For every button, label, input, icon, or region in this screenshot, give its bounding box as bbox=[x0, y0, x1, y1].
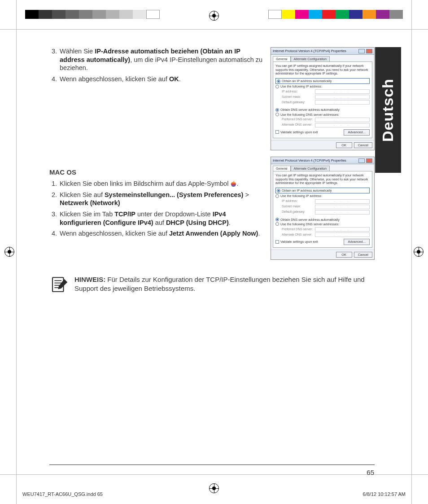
dns-field: Alternate DNS server:. . . bbox=[282, 123, 370, 127]
checkbox-icon bbox=[275, 240, 279, 244]
radio-icon bbox=[275, 218, 279, 221]
language-tab: Deutsch bbox=[375, 47, 401, 173]
radio-icon bbox=[277, 189, 280, 193]
cancel-button: Cancel bbox=[354, 252, 372, 258]
macos-steps: 1.Klicken Sie oben links im Bildschirm a… bbox=[49, 180, 264, 237]
radio-icon bbox=[275, 113, 279, 116]
step: 1.Klicken Sie oben links im Bildschirm a… bbox=[49, 180, 264, 188]
note-text: HINWEIS: Für Details zur Konfiguration d… bbox=[74, 275, 375, 292]
dialog-tabs: General Alternate Configuration bbox=[271, 55, 374, 61]
note-body: Für Details zur Konfiguration der TCP/IP… bbox=[74, 276, 365, 292]
ip-field: Subnet mask:. . . bbox=[282, 95, 370, 99]
step-body: Klicken Sie oben links im Bildschirm auf… bbox=[60, 180, 264, 188]
minimize-icon bbox=[358, 158, 365, 163]
step-body: Klicken Sie auf Systemeinstellungen... (… bbox=[60, 191, 264, 207]
opt-use-ip: Use the following IP address: bbox=[275, 194, 370, 198]
note-icon bbox=[49, 275, 68, 294]
opt-auto-ip: Obtain an IP address automatically bbox=[275, 78, 370, 84]
dialog-buttons: OK Cancel bbox=[271, 250, 374, 260]
crop-line bbox=[0, 474, 428, 475]
dns-field: Preferred DNS server:. . . bbox=[282, 227, 370, 232]
page-number: 65 bbox=[367, 469, 374, 476]
registration-mark-icon bbox=[414, 247, 424, 257]
ok-button: OK bbox=[336, 142, 352, 149]
step-body: Klicken Sie im Tab TCP/IP unter der Drop… bbox=[60, 210, 264, 227]
ip-field: IP address:. . . bbox=[282, 199, 370, 204]
ip-field: Default gateway:. . . bbox=[282, 210, 370, 215]
dns-field: Preferred DNS server:. . . bbox=[282, 118, 370, 122]
slug-date: 6/8/12 10:12:57 AM bbox=[363, 491, 406, 497]
ok-button: OK bbox=[336, 252, 352, 258]
advanced-button: Advanced... bbox=[344, 239, 370, 245]
advanced-button: Advanced... bbox=[344, 129, 370, 136]
ipv4-dialog-screenshot: Internet Protocol Version 4 (TCP/IPv4) P… bbox=[271, 157, 375, 260]
opt-use-dns: Use the following DNS server addresses: bbox=[275, 222, 370, 226]
tab-general: General bbox=[273, 56, 291, 61]
close-icon bbox=[366, 158, 372, 163]
footer-rule bbox=[49, 465, 375, 465]
registration-mark-icon bbox=[209, 11, 219, 21]
radio-icon bbox=[275, 222, 279, 226]
tab-alternate: Alternate Configuration bbox=[291, 56, 330, 61]
tab-general: General bbox=[273, 166, 291, 171]
step-number: 2. bbox=[49, 191, 57, 207]
opt-use-dns: Use the following DNS server addresses: bbox=[275, 113, 370, 117]
macos-heading: MAC OS bbox=[49, 168, 264, 176]
radio-icon bbox=[277, 79, 280, 83]
dialog-description: You can get IP settings assigned automat… bbox=[275, 64, 370, 76]
note-box: HINWEIS: Für Details zur Konfiguration d… bbox=[49, 275, 375, 294]
radio-icon bbox=[275, 108, 279, 112]
dialog-title: Internet Protocol Version 4 (TCP/IPv4) P… bbox=[273, 158, 357, 163]
step-number: 3. bbox=[49, 210, 57, 227]
step: 4.Wenn abgeschlossen, klicken Sie auf Je… bbox=[49, 229, 264, 238]
step-number: 1. bbox=[49, 180, 57, 188]
step-body: Wenn abgeschlossen, klicken Sie auf Jetz… bbox=[60, 229, 264, 238]
cancel-button: Cancel bbox=[354, 142, 372, 149]
dialog-titlebar: Internet Protocol Version 4 (TCP/IPv4) P… bbox=[271, 157, 374, 164]
ip-field: IP address:. . . bbox=[282, 89, 370, 94]
opt-auto-dns: Obtain DNS server address automatically bbox=[275, 108, 370, 112]
close-icon bbox=[366, 49, 372, 53]
step: 3.Klicken Sie im Tab TCP/IP unter der Dr… bbox=[49, 210, 264, 227]
radio-icon bbox=[275, 194, 279, 198]
crop-line bbox=[411, 0, 412, 504]
ip-field: Subnet mask:. . . bbox=[282, 205, 370, 209]
language-tab-label: Deutsch bbox=[380, 78, 397, 141]
step-number: 4. bbox=[49, 75, 57, 83]
dialog-buttons: OK Cancel bbox=[271, 140, 374, 150]
checkbox-icon bbox=[275, 130, 279, 134]
step-body: Wenn abgeschlossen, klicken Sie auf OK. bbox=[60, 75, 264, 83]
color-bar-left bbox=[25, 10, 160, 19]
step-number: 3. bbox=[49, 47, 57, 72]
dialog-title: Internet Protocol Version 4 (TCP/IPv4) P… bbox=[273, 49, 357, 53]
radio-icon bbox=[275, 85, 279, 88]
windows-steps: 3.Wählen Sie IP-Adresse automatisch bezi… bbox=[49, 47, 264, 83]
crop-line bbox=[0, 29, 428, 30]
note-label: HINWEIS: bbox=[74, 276, 105, 283]
page-content: 3.Wählen Sie IP-Adresse automatisch bezi… bbox=[49, 47, 375, 294]
dialog-titlebar: Internet Protocol Version 4 (TCP/IPv4) P… bbox=[271, 48, 374, 55]
dns-field: Alternate DNS server:. . . bbox=[282, 232, 370, 237]
crop-line bbox=[16, 0, 17, 504]
apple-logo-icon bbox=[230, 180, 236, 187]
minimize-icon bbox=[358, 49, 365, 53]
dialog-panel: You can get IP settings assigned automat… bbox=[273, 61, 372, 138]
step-number: 4. bbox=[49, 229, 57, 238]
slug-file: WEU7417_RT-AC66U_QSG.indd 65 bbox=[22, 491, 103, 497]
step-body: Wählen Sie IP-Adresse automatisch bezieh… bbox=[60, 47, 264, 72]
opt-auto-dns: Obtain DNS server address automatically bbox=[275, 218, 370, 222]
opt-auto-ip: Obtain an IP address automatically bbox=[275, 188, 370, 193]
registration-mark-icon bbox=[4, 247, 14, 257]
dialog-tabs: General Alternate Configuration bbox=[271, 164, 374, 171]
ipv4-dialog-screenshot: Internet Protocol Version 4 (TCP/IPv4) P… bbox=[271, 47, 375, 150]
ip-field: Default gateway:. . . bbox=[282, 100, 370, 105]
step: 4.Wenn abgeschlossen, klicken Sie auf OK… bbox=[49, 75, 264, 83]
step: 2.Klicken Sie auf Systemeinstellungen...… bbox=[49, 191, 264, 207]
slugline: WEU7417_RT-AC66U_QSG.indd 65 6/8/12 10:1… bbox=[22, 491, 406, 497]
dialog-panel: You can get IP settings assigned automat… bbox=[273, 171, 372, 248]
step: 3.Wählen Sie IP-Adresse automatisch bezi… bbox=[49, 47, 264, 72]
opt-use-ip: Use the following IP address: bbox=[275, 84, 370, 88]
color-bar-right bbox=[268, 10, 403, 19]
tab-alternate: Alternate Configuration bbox=[291, 166, 330, 171]
dialog-description: You can get IP settings assigned automat… bbox=[275, 174, 370, 185]
